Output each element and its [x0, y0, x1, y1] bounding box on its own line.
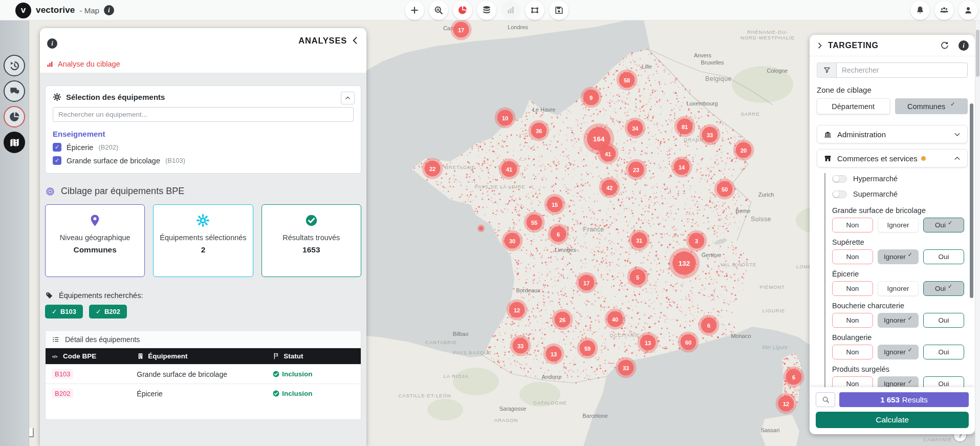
accordion-bank[interactable]: Administration	[817, 125, 968, 143]
collapse-card-button[interactable]	[341, 92, 355, 104]
refresh-icon[interactable]	[940, 41, 949, 50]
targeting-search-input[interactable]	[836, 62, 968, 78]
rail-comments-button[interactable]	[4, 80, 25, 102]
chevron-right-icon[interactable]	[816, 41, 824, 50]
equipment-option[interactable]: ✓Grande surface de bricolage(B103)	[53, 156, 354, 165]
cluster-marker[interactable]: 34	[627, 120, 643, 136]
cluster-marker[interactable]: 6	[701, 317, 717, 333]
cluster-marker[interactable]: 22	[425, 161, 441, 177]
cluster-marker[interactable]: 12	[778, 396, 794, 412]
switch-off-icon[interactable]	[832, 190, 847, 198]
cluster-marker[interactable]: 33	[618, 360, 634, 376]
cluster-marker[interactable]: 59	[580, 341, 596, 356]
toggle-hypermarché[interactable]: Hypermarché	[832, 172, 968, 185]
option-non[interactable]: Non	[832, 218, 873, 232]
option-oui[interactable]: Oui	[923, 313, 964, 328]
analyses-info-icon[interactable]: i	[47, 38, 57, 49]
option-non[interactable]: Non	[832, 313, 873, 328]
cluster-marker[interactable]: 17	[453, 22, 469, 38]
option-ignorer[interactable]: Ignorer✓	[878, 345, 919, 359]
account-button[interactable]	[959, 1, 978, 20]
cluster-marker[interactable]: 60	[681, 334, 696, 350]
cluster-marker[interactable]: 42	[602, 180, 618, 196]
cluster-marker[interactable]: 26	[555, 312, 571, 328]
zoom-results-button[interactable]	[816, 392, 835, 407]
draw-area-button[interactable]	[525, 1, 545, 20]
save-button[interactable]	[549, 1, 569, 20]
filter-button[interactable]	[817, 62, 836, 78]
tab-analyse-du-ciblage[interactable]: Analyse du ciblage	[46, 60, 120, 68]
choice-row: NonIgnorer✓Oui	[832, 345, 968, 359]
option-ignorer[interactable]: Ignorer✓	[878, 313, 919, 328]
cluster-marker[interactable]: 15	[547, 197, 563, 213]
cluster-marker[interactable]: 3	[689, 233, 705, 249]
option-oui[interactable]: Oui	[923, 345, 964, 359]
cluster-marker[interactable]: 6	[551, 226, 567, 242]
cluster-marker[interactable]: 20	[736, 142, 752, 158]
option-ignorer[interactable]: Ignorer✓	[878, 249, 919, 264]
bar-chart-button[interactable]	[501, 1, 520, 20]
cluster-marker[interactable]: 33	[513, 338, 529, 354]
option-oui[interactable]: Oui✓	[923, 281, 964, 296]
cluster-marker[interactable]: 5	[630, 269, 646, 285]
pie-chart-button[interactable]	[453, 1, 472, 20]
cluster-marker[interactable]: 55	[527, 215, 542, 230]
cluster-marker[interactable]: 14	[674, 159, 690, 175]
option-non[interactable]: Non	[832, 249, 873, 264]
notifications-button[interactable]	[910, 1, 930, 20]
cluster-marker[interactable]: 81	[677, 119, 693, 135]
search-stats-button[interactable]	[429, 1, 448, 20]
cluster-marker[interactable]: 58	[619, 72, 635, 88]
collapse-panel-icon[interactable]	[350, 35, 360, 46]
brand-info-icon[interactable]: i	[104, 5, 114, 15]
checkbox-checked-icon[interactable]: ✓	[53, 143, 61, 152]
option-non[interactable]: Non	[832, 345, 873, 359]
checkbox-checked-icon[interactable]: ✓	[53, 156, 61, 165]
cluster-marker[interactable]: 12	[509, 302, 525, 318]
cluster-marker[interactable]: 9	[583, 90, 599, 105]
cluster-marker[interactable]: 30	[505, 233, 520, 249]
accordion-store[interactable]: Commerces et services	[817, 149, 968, 167]
cluster-marker[interactable]: 41	[502, 161, 517, 177]
toggle-supermarché[interactable]: Supermarché	[832, 187, 968, 201]
team-button[interactable]	[934, 1, 954, 20]
cluster-marker[interactable]: 13	[640, 335, 656, 351]
option-ignorer[interactable]: Ignorer	[878, 218, 919, 232]
cluster-marker[interactable]: 132	[672, 251, 696, 275]
option-oui[interactable]: Oui	[923, 249, 964, 264]
switch-off-icon[interactable]	[832, 175, 847, 183]
cluster-marker[interactable]: 50	[717, 181, 733, 197]
rail-history-button[interactable]	[4, 55, 25, 76]
cluster-marker[interactable]: 40	[607, 311, 623, 327]
cluster-marker[interactable]: 13	[546, 346, 562, 362]
option-oui[interactable]: Oui✓	[923, 218, 964, 232]
cluster-marker[interactable]: 36	[531, 123, 547, 139]
rail-map-button[interactable]	[4, 132, 25, 153]
rail-pie-chart-button[interactable]	[4, 106, 25, 128]
cluster-marker[interactable]: 17	[579, 275, 595, 291]
metric-value: 2	[201, 245, 206, 254]
cluster-marker[interactable]: 41	[600, 146, 616, 162]
page-scrollbar[interactable]	[975, 20, 980, 446]
equipment-badge[interactable]: ✓B202	[89, 305, 127, 318]
zone-option-communes[interactable]: Communes✓	[895, 98, 968, 114]
vectorive-logo[interactable]: v	[15, 3, 31, 18]
cluster-marker[interactable]: 31	[631, 232, 647, 248]
calculate-button[interactable]: Calculate	[816, 412, 969, 428]
database-button[interactable]	[477, 1, 496, 20]
targeting-info-icon[interactable]: i	[959, 40, 969, 51]
add-button[interactable]	[405, 1, 424, 20]
cluster-marker[interactable]: 6	[786, 369, 802, 385]
equipment-option[interactable]: ✓Épicerie(B202)	[53, 143, 354, 152]
option-ignorer[interactable]: Ignorer	[878, 281, 919, 296]
cluster-marker[interactable]: 23	[628, 162, 644, 178]
option-non[interactable]: Non	[832, 281, 873, 296]
equipment-badge[interactable]: ✓B103	[45, 305, 83, 318]
cluster-marker[interactable]: 10	[497, 110, 513, 126]
zone-option-département[interactable]: Département	[817, 98, 890, 114]
equipment-search-input[interactable]	[53, 107, 354, 122]
metric-value: 1653	[302, 245, 320, 254]
targeting-scrollbar[interactable]	[970, 103, 973, 298]
cluster-marker[interactable]: 33	[702, 127, 718, 143]
cluster-marker[interactable]	[479, 226, 484, 231]
